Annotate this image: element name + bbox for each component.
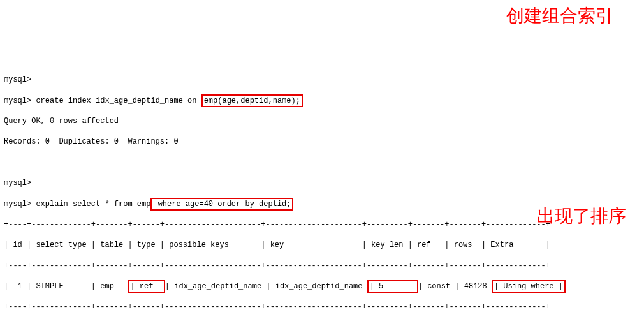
create-index-line: mysql> create index idx_age_deptid_name … — [4, 96, 644, 106]
annotation-filesort: 出现了排序 — [537, 204, 626, 228]
prompt-line: mysql> — [4, 178, 644, 188]
highlight-where-clause: where age=40 order by deptid; — [150, 198, 293, 211]
query-ok-line: Query OK, 0 rows affected — [4, 116, 644, 126]
cell: | idx_age_deptid_name | idx_age_deptid_n… — [165, 282, 367, 291]
cell: | const | 48128 — [418, 282, 492, 291]
table1-row: | 1 | SIMPLE | emp | ref | idx_age_depti… — [4, 281, 644, 292]
highlight-create-target: emp(age,deptid,name); — [201, 94, 303, 107]
highlight-keylen: | 5 — [367, 280, 418, 293]
prompt-line: mysql> — [4, 75, 644, 85]
text: mysql> explain select * from emp — [4, 200, 150, 209]
records-line: Records: 0 Duplicates: 0 Warnings: 0 — [4, 137, 644, 147]
table1-sep: +----+-------------+-------+------+-----… — [4, 261, 644, 271]
table1-sep: +----+-------------+-------+------+-----… — [4, 302, 644, 312]
cell: | 1 | SIMPLE | emp — [4, 282, 128, 291]
blank-line — [4, 158, 644, 168]
text: mysql> create index idx_age_deptid_name … — [4, 96, 201, 105]
annotation-create-index: 创建组合索引 — [506, 4, 613, 28]
highlight-extra-usingwhere: | Using where | — [492, 280, 566, 293]
highlight-type-ref: | ref — [128, 280, 165, 293]
table1-header: | id | select_type | table | type | poss… — [4, 240, 644, 250]
